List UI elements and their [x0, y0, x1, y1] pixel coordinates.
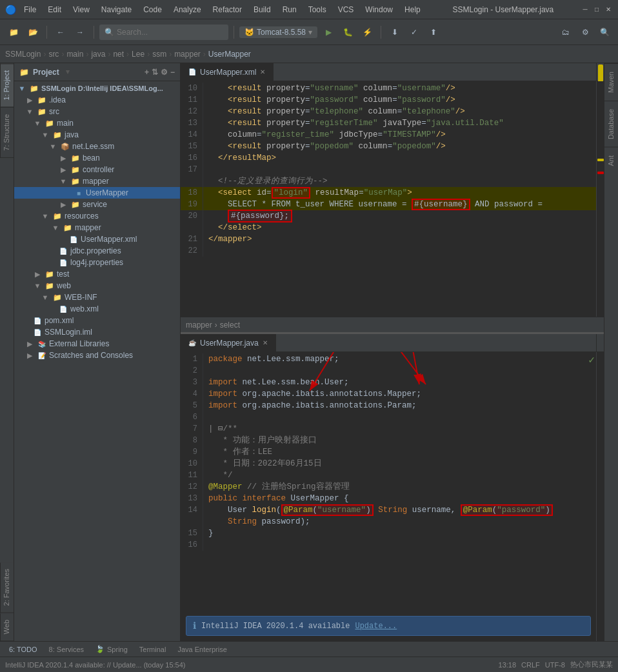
- tree-item-controller[interactable]: ▶ 📁 controller: [14, 164, 180, 175]
- java-enterprise-button[interactable]: Java Enterprise: [172, 644, 232, 655]
- git-push-button[interactable]: ⬆: [425, 24, 442, 41]
- xml-breadcrumb-select[interactable]: select: [220, 321, 240, 330]
- xml-tab-close[interactable]: ✕: [260, 68, 265, 75]
- tree-item-res-mapper[interactable]: ▼ 📁 mapper: [14, 222, 180, 233]
- xml-editor-tab[interactable]: 📄 UserMapper.xml ✕: [181, 63, 274, 81]
- java-tab-close[interactable]: ✕: [263, 339, 268, 346]
- tree-item-service[interactable]: ▶ 📁 service: [14, 199, 180, 210]
- open-button[interactable]: 📂: [25, 24, 41, 41]
- menu-view[interactable]: View: [68, 4, 95, 15]
- menu-vcs[interactable]: VCS: [333, 4, 359, 15]
- new-button[interactable]: 📁: [5, 24, 22, 41]
- tree-item-mapper-pkg[interactable]: ▼ 📁 mapper: [14, 175, 180, 187]
- back-button[interactable]: ←: [52, 24, 69, 41]
- breadcrumb-item-3[interactable]: java: [91, 50, 105, 59]
- project-icon-btn[interactable]: 🗂: [557, 24, 574, 41]
- tree-item-jdbc-props[interactable]: 📄 jdbc.properties: [14, 245, 180, 257]
- tab-favorites[interactable]: 2: Favorites: [0, 562, 14, 613]
- tree-item-test[interactable]: ▶ 📁 test: [14, 268, 180, 280]
- tree-item-main[interactable]: ▼ 📁 main: [14, 117, 180, 129]
- tree-item-pom-xml[interactable]: 📄 pom.xml: [14, 315, 180, 326]
- java-line-14b: String password);: [181, 516, 604, 528]
- tree-item-src[interactable]: ▼ 📁 src: [14, 106, 180, 117]
- forward-button[interactable]: →: [72, 24, 88, 41]
- git-update-button[interactable]: ⬇: [386, 24, 403, 41]
- git-commit-button[interactable]: ✓: [406, 24, 423, 41]
- tree-item-usermapper[interactable]: ■ UserMapper: [14, 187, 180, 199]
- tree-label-idea: .idea: [49, 95, 66, 104]
- java-editor-tab[interactable]: ☕ UserMapper.java ✕: [181, 334, 276, 352]
- tree-item-idea[interactable]: ▶ 📁 .idea: [14, 94, 180, 106]
- debug-button[interactable]: 🐛: [339, 24, 356, 41]
- breadcrumb-item-6[interactable]: ssm: [152, 50, 166, 59]
- xml-breadcrumb-mapper[interactable]: mapper: [186, 321, 212, 330]
- tree-item-log4j-props[interactable]: 📄 log4j.properties: [14, 257, 180, 268]
- menu-window[interactable]: Window: [360, 4, 398, 15]
- tree-item-bean[interactable]: ▶ 📁 bean: [14, 152, 180, 164]
- menu-run[interactable]: Run: [277, 4, 302, 15]
- terminal-button[interactable]: Terminal: [134, 644, 172, 655]
- menu-code[interactable]: Code: [138, 4, 167, 15]
- breadcrumb-item-7[interactable]: mapper: [174, 50, 201, 59]
- minimize-button[interactable]: ─: [581, 5, 590, 14]
- maximize-button[interactable]: □: [592, 5, 601, 14]
- java-line-5: 5 import org.apache.ibatis.annotations.P…: [181, 400, 604, 411]
- coverage-button[interactable]: ⚡: [359, 24, 375, 41]
- search-everywhere-button[interactable]: 🔍: [596, 24, 613, 41]
- tab-ant[interactable]: Ant: [604, 147, 618, 174]
- menu-navigate[interactable]: Navigate: [96, 4, 137, 15]
- spring-button[interactable]: 🍃 Spring: [90, 644, 133, 655]
- menu-refactor[interactable]: Refactor: [208, 4, 247, 15]
- notification-text: IntelliJ IDEA 2020.1.4 available: [201, 622, 350, 631]
- tree-item-java[interactable]: ▼ 📁 java: [14, 129, 180, 141]
- tab-structure[interactable]: 7: Structure: [0, 107, 14, 158]
- menu-analyze[interactable]: Analyze: [168, 4, 206, 15]
- tree-item-web[interactable]: ▼ 📁 web: [14, 280, 180, 292]
- menu-edit[interactable]: Edit: [43, 4, 66, 15]
- tree-item-webinf[interactable]: ▼ 📁 WEB-INF: [14, 292, 180, 303]
- tree-item-iml[interactable]: 📄 SSMLogin.iml: [14, 326, 180, 338]
- breadcrumb: SSMLogin › src › main › java › net › Lee…: [0, 45, 618, 63]
- java-line-11: 11 */: [181, 469, 604, 481]
- menu-build[interactable]: Build: [248, 4, 276, 15]
- tree-item-package[interactable]: ▼ 📦 net.Lee.ssm: [14, 141, 180, 152]
- services-button[interactable]: 8: Services: [44, 644, 89, 655]
- window-controls: ─ □ ✕: [581, 5, 613, 14]
- breadcrumb-item-1[interactable]: src: [48, 50, 59, 59]
- add-icon[interactable]: +: [145, 68, 149, 77]
- web-xml-icon: 📄: [58, 304, 68, 314]
- run-button[interactable]: ▶: [320, 24, 337, 41]
- tree-item-ext-libs[interactable]: ▶ 📚 External Libraries: [14, 338, 180, 350]
- tab-project[interactable]: 1: Project: [0, 63, 14, 107]
- menu-file[interactable]: File: [19, 4, 41, 15]
- breadcrumb-item-2[interactable]: main: [66, 50, 83, 59]
- close-button[interactable]: ✕: [604, 5, 613, 14]
- notification-link[interactable]: Update...: [355, 622, 397, 631]
- search-input[interactable]: [117, 28, 223, 37]
- tab-maven[interactable]: Maven: [604, 63, 618, 101]
- todo-button[interactable]: 6: TODO: [4, 644, 43, 655]
- breadcrumb-item-5[interactable]: Lee: [132, 50, 145, 59]
- settings-button[interactable]: ⚙: [577, 24, 593, 41]
- minimize-panel-icon[interactable]: −: [170, 68, 175, 77]
- breadcrumb-item-0[interactable]: SSMLogin: [5, 50, 41, 59]
- tree-label-log4j-props: log4j.properties: [70, 258, 123, 267]
- tree-item-web-xml[interactable]: 📄 web.xml: [14, 303, 180, 315]
- expand-icon[interactable]: ⇅: [152, 68, 158, 77]
- tab-database[interactable]: Database: [604, 101, 618, 147]
- tree-item-scratches[interactable]: ▶ 📝 Scratches and Consoles: [14, 350, 180, 361]
- tree-item-usermapper-xml[interactable]: 📄 UserMapper.xml: [14, 233, 180, 245]
- menu-help[interactable]: Help: [399, 4, 426, 15]
- xml-code-area[interactable]: 10 <result property="username" column="u…: [181, 81, 604, 317]
- gear-icon[interactable]: ⚙: [161, 68, 168, 77]
- breadcrumb-item-4[interactable]: net: [113, 50, 124, 59]
- res-folder-icon: 📁: [52, 211, 63, 221]
- java-code-area[interactable]: ✓ 1 package net.Lee.ssm.mapper; 2: [181, 352, 604, 641]
- tree-item-resources[interactable]: ▼ 📁 resources: [14, 210, 180, 222]
- menu-tools[interactable]: Tools: [303, 4, 332, 15]
- tree-label-src: src: [49, 107, 59, 116]
- tab-web[interactable]: Web: [0, 613, 14, 641]
- run-config-dropdown[interactable]: 🐱 Tomcat-8.5.58 ▾: [239, 26, 317, 38]
- tree-item-root[interactable]: ▼ 📁 SSMLogin D:\Intellij IDEA\SSMLog...: [14, 83, 180, 94]
- breadcrumb-item-8[interactable]: UserMapper: [208, 50, 251, 59]
